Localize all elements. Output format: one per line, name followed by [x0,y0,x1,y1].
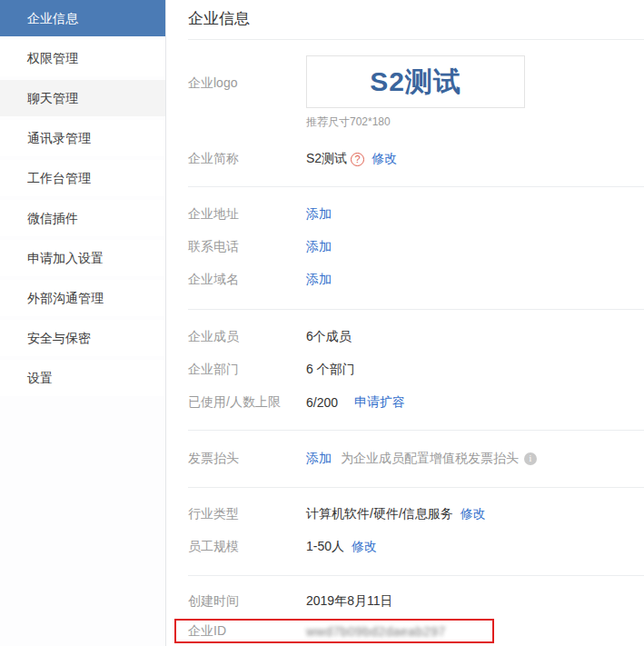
invoice-description: 为企业成员配置增值税发票抬头 [341,451,519,467]
sidebar-item-security[interactable]: 安全与保密 [0,320,165,356]
sidebar-item-chat-mgmt[interactable]: 聊天管理 [0,80,165,116]
row-created-time: 创建时间 2019年8月11日 [188,585,644,618]
corp-id-label: 企业ID [188,623,306,640]
corp-info-panel: 企业信息 企业logo S2测试 推荐尺寸702*180 企业简称 S2测试 ?… [166,0,644,646]
departments-value: 6 个部门 [306,362,355,378]
scale-label: 员工规模 [188,539,306,555]
sidebar-item-corp-info[interactable]: 企业信息 [0,0,165,36]
invoice-label: 发票抬头 [188,451,306,467]
row-staff-scale: 员工规模 1-50人 修改 [188,531,644,563]
section-invoice: 发票抬头 添加 为企业成员配置增值税发票抬头 i [188,431,644,487]
sidebar: 企业信息 权限管理 聊天管理 通讯录管理 工作台管理 微信插件 申请加入设置 外… [0,0,166,646]
info-icon[interactable]: i [524,452,537,465]
logo-size-hint: 推荐尺寸702*180 [306,114,525,130]
sidebar-item-join-settings[interactable]: 申请加入设置 [0,240,165,276]
row-corp-domain: 企业域名 添加 [188,263,644,296]
row-corp-shortname: 企业简称 S2测试 ? 修改 [188,143,644,175]
departments-label: 企业部门 [188,362,306,378]
row-contact-phone: 联系电话 添加 [188,231,644,263]
modify-shortname-link[interactable]: 修改 [372,151,397,167]
corp-logo-image[interactable]: S2测试 [306,55,525,108]
usage-label: 已使用/人数上限 [188,394,306,411]
shortname-value: S2测试 [306,151,347,167]
members-value: 6个成员 [306,329,352,345]
corp-logo-text: S2测试 [370,64,461,101]
row-corp-address: 企业地址 添加 [188,198,644,231]
page-title: 企业信息 [188,0,644,39]
sidebar-item-settings[interactable]: 设置 [0,360,165,396]
sidebar-item-workbench[interactable]: 工作台管理 [0,160,165,196]
row-member-count: 企业成员 6个成员 [188,321,644,353]
scale-value: 1-50人 [306,539,344,555]
section-logo: 企业logo S2测试 推荐尺寸702*180 企业简称 S2测试 ? 修改 [188,40,644,186]
row-corp-logo: 企业logo S2测试 推荐尺寸702*180 [188,55,644,130]
admin-app: 企业信息 权限管理 聊天管理 通讯录管理 工作台管理 微信插件 申请加入设置 外… [0,0,644,646]
sidebar-item-wechat-plugin[interactable]: 微信插件 [0,200,165,236]
domain-label: 企业域名 [188,272,306,288]
corp-logo-label: 企业logo [188,55,306,92]
section-meta: 创建时间 2019年8月11日 企业ID wwd7b09bd2daeab297 [188,576,644,645]
request-expansion-link[interactable]: 申请扩容 [354,394,405,411]
industry-label: 行业类型 [188,506,306,522]
section-members: 企业成员 6个成员 企业部门 6 个部门 已使用/人数上限 6/200 申请扩容 [188,310,644,430]
corp-id-value: wwd7b09bd2daeab297 [306,624,446,639]
add-domain-link[interactable]: 添加 [306,272,332,288]
help-icon[interactable]: ? [351,153,364,166]
section-contact: 企业地址 添加 联系电话 添加 企业域名 添加 [188,187,644,309]
sidebar-item-contacts-mgmt[interactable]: 通讯录管理 [0,120,165,156]
sidebar-item-permissions[interactable]: 权限管理 [0,40,165,76]
add-invoice-link[interactable]: 添加 [306,451,332,467]
row-seat-usage: 已使用/人数上限 6/200 申请扩容 [188,386,644,419]
address-label: 企业地址 [188,206,306,223]
row-invoice-title: 发票抬头 添加 为企业成员配置增值税发票抬头 i [188,442,644,475]
row-corp-id: 企业ID wwd7b09bd2daeab297 [188,618,644,645]
created-value: 2019年8月11日 [306,593,392,610]
add-phone-link[interactable]: 添加 [306,239,332,255]
sidebar-item-external-comm[interactable]: 外部沟通管理 [0,280,165,316]
industry-value: 计算机软件/硬件/信息服务 [306,506,453,522]
add-address-link[interactable]: 添加 [306,206,332,223]
shortname-label: 企业简称 [188,151,306,167]
row-industry-type: 行业类型 计算机软件/硬件/信息服务 修改 [188,498,644,531]
members-label: 企业成员 [188,329,306,345]
usage-value: 6/200 [306,395,338,410]
row-department-count: 企业部门 6 个部门 [188,353,644,386]
modify-scale-link[interactable]: 修改 [352,539,377,555]
modify-industry-link[interactable]: 修改 [461,506,486,522]
phone-label: 联系电话 [188,239,306,255]
created-label: 创建时间 [188,593,306,610]
section-industry: 行业类型 计算机软件/硬件/信息服务 修改 员工规模 1-50人 修改 [188,488,644,575]
